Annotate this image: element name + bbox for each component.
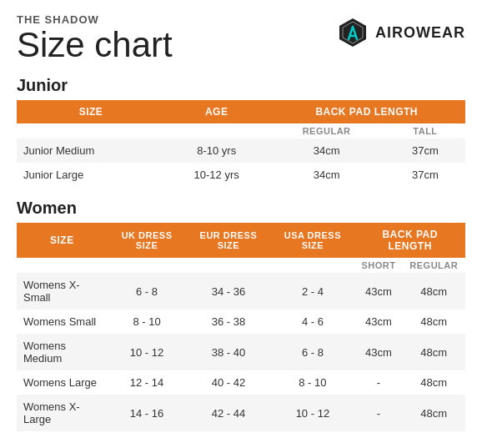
women-section-title: Women xyxy=(17,199,465,218)
women-subcol-short: SHORT xyxy=(354,258,402,273)
women-col-size: SIZE xyxy=(17,223,108,258)
women-short: 43cm xyxy=(354,334,402,370)
women-regular: 48cm xyxy=(403,334,466,370)
subtitle: THE SHADOW xyxy=(17,13,173,26)
women-table-row: Womens Medium 10 - 12 38 - 40 6 - 8 43cm… xyxy=(17,334,465,370)
women-usa: 2 - 4 xyxy=(270,273,354,310)
women-regular: 48cm xyxy=(403,370,466,395)
junior-header-row: SIZE AGE BACK PAD LENGTH xyxy=(17,100,465,123)
women-col-eur: EUR DRESS SIZE xyxy=(186,223,270,258)
junior-name: Junior Large xyxy=(17,163,165,187)
women-table-row: Womens Large 12 - 14 40 - 42 8 - 10 - 48… xyxy=(17,370,465,395)
junior-age: 10-12 yrs xyxy=(165,163,268,187)
page-header: THE SHADOW Size chart AIROWEAR xyxy=(17,13,465,64)
women-short: - xyxy=(354,395,402,431)
women-short: 43cm xyxy=(354,273,402,310)
women-subheader-row: SHORT REGULAR xyxy=(17,258,465,273)
women-name: Womens X-Large xyxy=(17,395,108,431)
women-regular: 48cm xyxy=(403,273,466,310)
junior-subcol-regular: REGULAR xyxy=(268,123,385,138)
women-col-usa: USA DRESS SIZE xyxy=(270,223,354,258)
women-name: Womens Medium xyxy=(17,334,108,370)
junior-name: Junior Medium xyxy=(17,138,165,163)
women-eur: 36 - 38 xyxy=(186,310,270,334)
junior-subcol-tall: TALL xyxy=(385,123,465,138)
women-short: - xyxy=(354,370,402,395)
women-usa: 4 - 6 xyxy=(270,310,354,334)
women-usa: 8 - 10 xyxy=(270,370,354,395)
women-eur: 34 - 36 xyxy=(186,273,270,310)
women-table-row: Womens X-Small 6 - 8 34 - 36 2 - 4 43cm … xyxy=(17,273,465,310)
women-header-row: SIZE UK DRESS SIZE EUR DRESS SIZE USA DR… xyxy=(17,223,465,258)
junior-table-row: Junior Large 10-12 yrs 34cm 37cm xyxy=(17,163,465,187)
women-uk: 14 - 16 xyxy=(108,395,187,431)
women-usa: 6 - 8 xyxy=(270,334,354,370)
junior-col-age: AGE xyxy=(165,100,268,123)
junior-regular: 34cm xyxy=(268,138,385,163)
junior-tall: 37cm xyxy=(385,138,465,163)
women-regular: 48cm xyxy=(403,395,466,431)
women-uk: 12 - 14 xyxy=(108,370,187,395)
logo-block: AIROWEAR xyxy=(337,17,465,48)
airowear-logo-icon xyxy=(337,17,369,48)
junior-tall: 37cm xyxy=(385,163,465,187)
women-name: Womens Large xyxy=(17,370,108,395)
women-col-backpad: BACK PAD LENGTH xyxy=(354,223,465,258)
junior-age: 8-10 yrs xyxy=(165,138,268,163)
logo-text: AIROWEAR xyxy=(375,24,465,42)
title-block: THE SHADOW Size chart xyxy=(17,13,173,64)
women-eur: 38 - 40 xyxy=(186,334,270,370)
women-uk: 8 - 10 xyxy=(108,310,187,334)
women-name: Womens X-Small xyxy=(17,273,108,310)
women-table: SIZE UK DRESS SIZE EUR DRESS SIZE USA DR… xyxy=(17,223,465,431)
women-table-row: Womens X-Large 14 - 16 42 - 44 10 - 12 -… xyxy=(17,395,465,431)
women-uk: 6 - 8 xyxy=(108,273,187,310)
women-eur: 40 - 42 xyxy=(186,370,270,395)
women-short: 43cm xyxy=(354,310,402,334)
junior-col-size: SIZE xyxy=(17,100,165,123)
junior-section-title: Junior xyxy=(17,76,465,95)
women-usa: 10 - 12 xyxy=(270,395,354,431)
women-uk: 10 - 12 xyxy=(108,334,187,370)
junior-regular: 34cm xyxy=(268,163,385,187)
women-subcol-regular: REGULAR xyxy=(403,258,466,273)
women-col-uk: UK DRESS SIZE xyxy=(108,223,187,258)
women-name: Womens Small xyxy=(17,310,108,334)
junior-col-backpad: BACK PAD LENGTH xyxy=(268,100,465,123)
women-regular: 48cm xyxy=(403,310,466,334)
women-table-row: Womens Small 8 - 10 36 - 38 4 - 6 43cm 4… xyxy=(17,310,465,334)
women-eur: 42 - 44 xyxy=(186,395,270,431)
junior-table: SIZE AGE BACK PAD LENGTH REGULAR TALL Ju… xyxy=(17,100,465,187)
main-title: Size chart xyxy=(17,26,173,64)
junior-subheader-row: REGULAR TALL xyxy=(17,123,465,138)
junior-table-row: Junior Medium 8-10 yrs 34cm 37cm xyxy=(17,138,465,163)
